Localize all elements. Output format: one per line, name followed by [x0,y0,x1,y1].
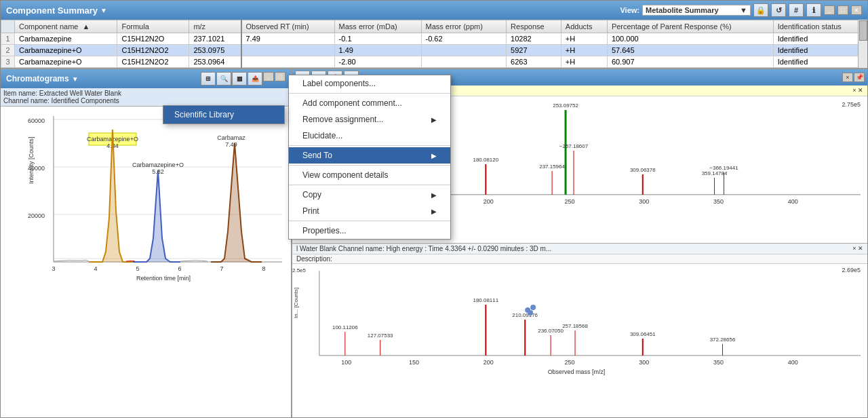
cell-name: Carbamazepine [15,33,117,45]
cell-mz: 253.0975 [189,45,241,56]
view-select[interactable]: Metabolite Summary ▼ [642,5,751,16]
main-window: Component Summary ▼ View: Metabolite Sum… [0,0,868,418]
svg-point-71 [528,310,533,316]
svg-text:−257.18607: −257.18607 [559,143,589,149]
cell-parent-pct: 57.645 [607,45,773,56]
svg-text:350: 350 [713,198,724,205]
svg-text:200: 200 [484,359,494,366]
cell-rt: 7.49 [241,33,335,45]
chromatograms-titlebar: Chromatograms ▼ ⊞ 🔍 ▦ 📤 _ □ [1,69,291,88]
cell-rt [241,45,335,56]
menu-sep-2 [289,145,450,146]
col-adducts[interactable]: Adducts [561,20,607,33]
menu-print[interactable]: Print ▶ [289,203,450,219]
svg-text:3: 3 [52,265,55,272]
cell-adducts: +H [561,33,607,45]
component-summary-titlebar: Component Summary ▼ View: Metabolite Sum… [1,1,867,20]
svg-text:253.09752: 253.09752 [553,102,578,109]
cell-mass-err-mda: -2.80 [334,56,421,68]
cell-formula: C15H12N2O2 [117,56,189,68]
cell-id-status: Identified [773,45,867,56]
chromatograms-title: Chromatograms [6,74,69,83]
menu-add-comment[interactable]: Add component comment... [289,95,450,111]
cell-mz: 253.0964 [189,56,241,68]
svg-text:200: 200 [484,198,494,205]
chrom-btn2[interactable]: 🔍 [216,72,231,86]
hash-btn[interactable]: # [789,3,804,17]
col-mass-err-ppm[interactable]: Mass error (ppm) [421,20,507,33]
menu-elucidate[interactable]: Elucidate... [289,128,450,144]
chrom-dropdown-icon[interactable]: ▼ [72,75,79,83]
menu-copy[interactable]: Copy ▶ [289,187,450,203]
svg-text:400: 400 [788,359,798,366]
minimize-btn[interactable]: _ [824,5,835,15]
svg-point-70 [530,305,536,310]
cell-response: 5927 [507,45,561,56]
chrom-btn1[interactable]: ⊞ [201,72,216,86]
row-num: 1 [1,33,15,45]
svg-text:300: 300 [639,198,649,205]
cell-parent-pct: 100.000 [607,33,773,45]
col-component-name[interactable]: Component name ▲ [15,20,117,33]
menu-arrow-print: ▶ [431,208,437,215]
svg-text:180.08111: 180.08111 [473,297,498,303]
menu-label-components[interactable]: Label components... [289,75,450,92]
refresh-btn[interactable]: ↺ [771,3,786,17]
svg-text:237.15964: 237.15964 [539,164,565,170]
cell-formula: C15H12N2O2 [117,45,189,56]
menu-view-details[interactable]: View component details [289,167,450,183]
menu-send-to[interactable]: Send To ▶ [289,147,450,164]
col-response[interactable]: Response [507,20,561,33]
close-btn[interactable]: × [851,5,862,15]
menu-arrow-send: ▶ [431,152,437,159]
menu-sep-4 [289,185,450,185]
menu-arrow-copy: ▶ [431,191,437,199]
cell-response: 6263 [507,56,561,68]
svg-text:236.07050: 236.07050 [538,328,564,334]
cell-adducts: +H [561,56,607,68]
cell-name: Carbamazepine+O [15,56,117,68]
menu-properties[interactable]: Properties... [289,223,450,239]
lock-btn[interactable]: 🔒 [753,3,768,17]
chrom-svg: 60000 40000 20000 3 4 5 6 [28,109,289,292]
menu-sep-3 [289,165,450,166]
spec-top-pin[interactable]: 📌 [854,73,865,82]
spectrum-bottom-desc: Description: [292,254,867,264]
table-row[interactable]: 2 Carbamazepine+O C15H12N2O2 253.0975 1.… [1,45,867,56]
cell-name: Carbamazepine+O [15,45,117,56]
title-dropdown-icon[interactable]: ▼ [100,7,107,14]
col-formula[interactable]: Formula [117,20,189,33]
cell-formula: C15H12N2O [117,33,189,45]
submenu-scientific-library[interactable]: Scientific Library [163,106,284,124]
chrom-btn3[interactable]: ▦ [232,72,247,86]
spec-top-close[interactable]: × [842,73,853,82]
context-menu: Label components... Add component commen… [288,75,451,240]
svg-text:372.28656: 372.28656 [710,337,736,343]
svg-text:250: 250 [565,359,575,366]
cell-mass-err-ppm: -0.62 [421,33,507,45]
svg-text:Observed mass [m/z]: Observed mass [m/z] [548,368,606,375]
cell-mass-err-ppm [421,56,507,68]
row-num: 2 [1,45,15,56]
svg-text:250: 250 [565,198,575,205]
svg-text:Carbamazepine+O: Carbamazepine+O [132,162,184,168]
menu-remove-assignment[interactable]: Remove assignment... ▶ [289,111,450,128]
table-scrollbar-v[interactable] [858,20,867,68]
chrom-min-btn[interactable]: _ [263,72,274,81]
table-row[interactable]: 1 Carbamazepine C15H12N2O 237.1021 7.49 … [1,33,867,45]
info-btn[interactable]: ℹ [806,3,821,17]
chrom-max-btn[interactable]: □ [275,72,285,81]
table-row[interactable]: 3 Carbamazepine+O C15H12N2O2 253.0964 -2… [1,56,867,68]
cell-parent-pct: 60.907 [607,56,773,68]
menu-sep-1 [289,93,450,94]
cell-mass-err-mda: -0.1 [334,33,421,45]
col-parent-pct[interactable]: Percentage of Parent Response (%) [607,20,773,33]
spectrum-bottom-panel: l Water Blank Channel name: High energy … [292,244,867,417]
maximize-btn[interactable]: □ [837,5,848,15]
col-rt[interactable]: Observed RT (min) [241,20,335,33]
submenu: Scientific Library [163,105,285,124]
col-mass-err-mda[interactable]: Mass error (mDa) [334,20,421,33]
chrom-btn4[interactable]: 📤 [248,72,262,86]
col-id-status[interactable]: Identification status [773,20,867,33]
col-mz[interactable]: m/z [189,20,241,33]
